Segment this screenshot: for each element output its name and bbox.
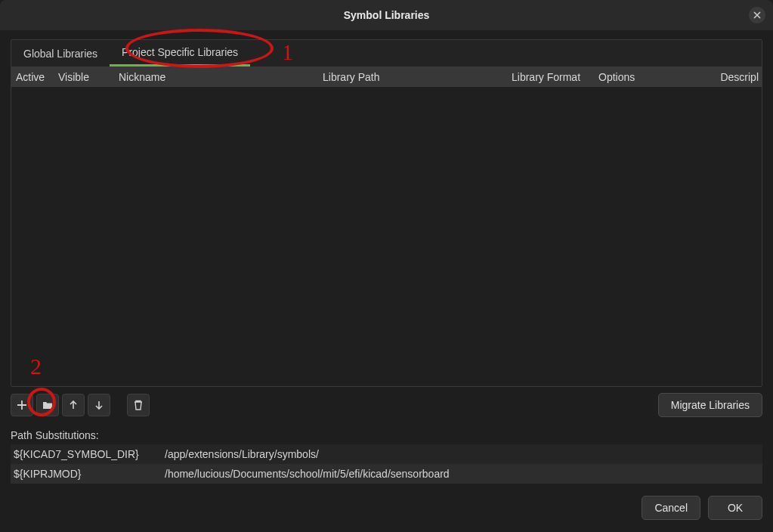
move-down-button[interactable] bbox=[88, 394, 110, 416]
libraries-panel: Global Libraries Project Specific Librar… bbox=[11, 39, 762, 387]
ok-button[interactable]: OK bbox=[708, 496, 762, 520]
toolbar-row: Migrate Libraries bbox=[11, 393, 762, 417]
tab-label: Global Libraries bbox=[23, 48, 97, 60]
cancel-button[interactable]: Cancel bbox=[642, 496, 700, 520]
col-active: Active bbox=[11, 71, 54, 83]
col-nickname: Nickname bbox=[114, 71, 318, 83]
close-icon bbox=[753, 11, 761, 19]
dialog-footer: Cancel OK bbox=[11, 496, 762, 520]
tab-global-libraries[interactable]: Global Libraries bbox=[11, 40, 110, 66]
path-value: /home/lucious/Documents/school/mit/5/efi… bbox=[162, 468, 762, 480]
icon-button-group bbox=[11, 394, 150, 416]
tab-bar: Global Libraries Project Specific Librar… bbox=[11, 40, 762, 67]
close-button[interactable] bbox=[749, 7, 765, 23]
path-variable: ${KIPRJMOD} bbox=[11, 468, 162, 480]
delete-button[interactable] bbox=[127, 394, 150, 416]
col-visible: Visible bbox=[54, 71, 114, 83]
folder-icon bbox=[42, 399, 54, 411]
path-substitutions-table: ${KICAD7_SYMBOL_DIR} /app/extensions/Lib… bbox=[11, 444, 762, 484]
arrow-down-icon bbox=[93, 399, 105, 411]
add-button[interactable] bbox=[11, 394, 33, 416]
dialog-content: Global Libraries Project Specific Librar… bbox=[0, 30, 773, 530]
migrate-libraries-button[interactable]: Migrate Libraries bbox=[658, 393, 762, 417]
window-title: Symbol Libraries bbox=[344, 9, 430, 21]
path-value: /app/extensions/Library/symbols/ bbox=[162, 448, 762, 460]
plus-icon bbox=[16, 399, 28, 411]
path-substitutions-section: Path Substitutions: ${KICAD7_SYMBOL_DIR}… bbox=[11, 429, 762, 484]
path-variable: ${KICAD7_SYMBOL_DIR} bbox=[11, 448, 162, 460]
path-row: ${KIPRJMOD} /home/lucious/Documents/scho… bbox=[11, 464, 762, 484]
path-row: ${KICAD7_SYMBOL_DIR} /app/extensions/Lib… bbox=[11, 444, 762, 464]
col-path: Library Path bbox=[318, 71, 507, 83]
tab-project-specific-libraries[interactable]: Project Specific Libraries bbox=[110, 40, 250, 66]
table-body[interactable] bbox=[11, 87, 762, 386]
col-options: Options bbox=[594, 71, 707, 83]
table-header: Active Visible Nickname Library Path Lib… bbox=[11, 67, 762, 87]
arrow-up-icon bbox=[67, 399, 79, 411]
move-up-button[interactable] bbox=[62, 394, 85, 416]
col-format: Library Format bbox=[507, 71, 594, 83]
tab-label: Project Specific Libraries bbox=[122, 46, 238, 58]
titlebar: Symbol Libraries bbox=[0, 0, 773, 30]
col-description: Descripl bbox=[707, 71, 762, 83]
browse-button[interactable] bbox=[36, 394, 59, 416]
trash-icon bbox=[132, 399, 144, 411]
path-substitutions-title: Path Substitutions: bbox=[11, 429, 762, 441]
